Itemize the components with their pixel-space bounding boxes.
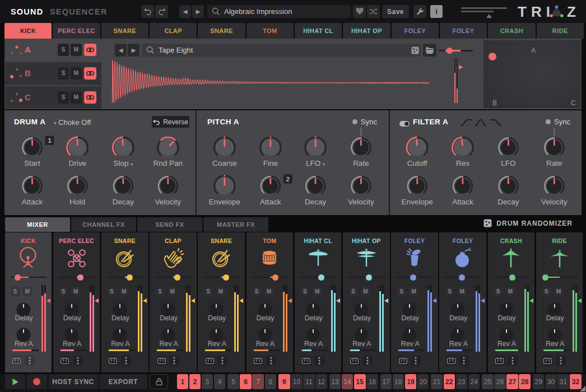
svg-text:2: 2 [286,176,290,183]
svg-text:Decay: Decay [497,198,519,206]
svg-text:Rnd Pan: Rnd Pan [154,159,183,167]
svg-text:Rate: Rate [353,159,369,167]
svg-text:Velocity: Velocity [155,198,182,206]
svg-text:Envelope: Envelope [402,198,433,206]
svg-text:Res: Res [456,159,469,167]
svg-text:Hold: Hold [69,198,85,206]
svg-text:Slop ▾: Slop ▾ [113,159,133,167]
svg-text:Velocity: Velocity [348,198,374,206]
svg-text:Rate: Rate [546,159,562,167]
svg-text:Start: Start [24,159,40,167]
svg-text:LFO ▾: LFO ▾ [306,159,325,167]
svg-text:Envelope: Envelope [209,198,240,206]
svg-text:Drive: Drive [68,159,86,167]
svg-text:Velocity: Velocity [541,198,568,206]
svg-text:Decay: Decay [305,198,327,206]
svg-text:Attack: Attack [260,198,281,206]
svg-text:Attack: Attack [452,198,473,206]
svg-text:Coarse: Coarse [212,159,237,167]
svg-text:Attack: Attack [22,198,43,206]
svg-text:1: 1 [48,137,51,144]
svg-text:Fine: Fine [263,159,278,167]
svg-text:Decay: Decay [113,198,134,206]
svg-text:LFO: LFO [501,159,515,167]
svg-text:Cutoff: Cutoff [407,159,427,167]
